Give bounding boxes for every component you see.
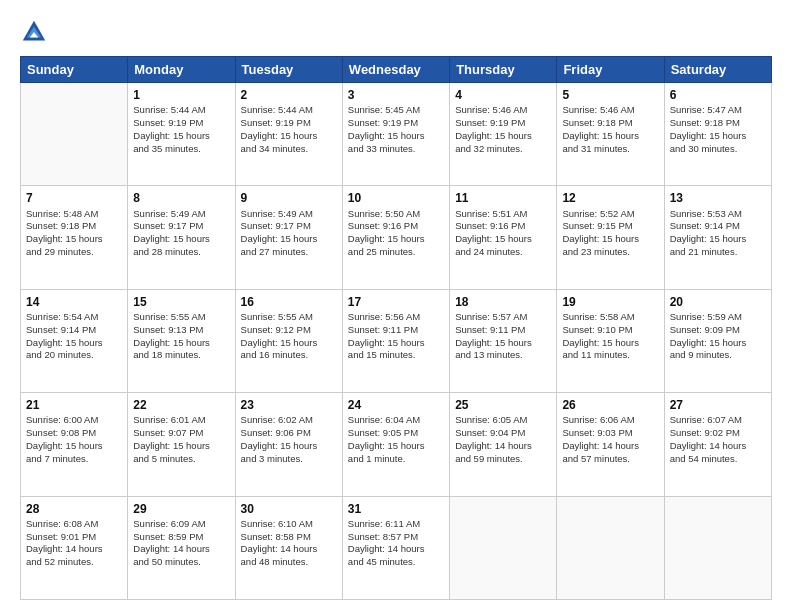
day-number: 29: [133, 501, 229, 517]
day-info: Sunrise: 5:46 AM: [455, 104, 551, 117]
weekday-header-sunday: Sunday: [21, 57, 128, 83]
logo-icon: [20, 18, 48, 46]
day-number: 11: [455, 190, 551, 206]
calendar-cell: 30Sunrise: 6:10 AMSunset: 8:58 PMDayligh…: [235, 496, 342, 599]
day-number: 12: [562, 190, 658, 206]
day-info: Sunrise: 5:54 AM: [26, 311, 122, 324]
weekday-header-friday: Friday: [557, 57, 664, 83]
day-info: and 45 minutes.: [348, 556, 444, 569]
day-info: Daylight: 15 hours: [241, 440, 337, 453]
calendar-cell: 7Sunrise: 5:48 AMSunset: 9:18 PMDaylight…: [21, 186, 128, 289]
calendar-cell: 9Sunrise: 5:49 AMSunset: 9:17 PMDaylight…: [235, 186, 342, 289]
calendar-cell: 17Sunrise: 5:56 AMSunset: 9:11 PMDayligh…: [342, 289, 449, 392]
day-info: Sunset: 9:06 PM: [241, 427, 337, 440]
day-info: Daylight: 15 hours: [133, 337, 229, 350]
day-info: Sunset: 9:18 PM: [562, 117, 658, 130]
day-info: Daylight: 15 hours: [348, 440, 444, 453]
calendar-cell: [450, 496, 557, 599]
weekday-header-tuesday: Tuesday: [235, 57, 342, 83]
day-info: Daylight: 15 hours: [241, 337, 337, 350]
page: SundayMondayTuesdayWednesdayThursdayFrid…: [0, 0, 792, 612]
day-info: and 23 minutes.: [562, 246, 658, 259]
day-number: 18: [455, 294, 551, 310]
day-info: Sunrise: 5:49 AM: [241, 208, 337, 221]
logo: [20, 18, 52, 46]
calendar-cell: 4Sunrise: 5:46 AMSunset: 9:19 PMDaylight…: [450, 83, 557, 186]
calendar-cell: 11Sunrise: 5:51 AMSunset: 9:16 PMDayligh…: [450, 186, 557, 289]
day-number: 10: [348, 190, 444, 206]
day-info: Sunrise: 5:52 AM: [562, 208, 658, 221]
day-info: Daylight: 15 hours: [26, 337, 122, 350]
weekday-header-thursday: Thursday: [450, 57, 557, 83]
day-info: Daylight: 15 hours: [562, 130, 658, 143]
day-number: 15: [133, 294, 229, 310]
day-info: Sunrise: 6:05 AM: [455, 414, 551, 427]
calendar-week-3: 14Sunrise: 5:54 AMSunset: 9:14 PMDayligh…: [21, 289, 772, 392]
day-info: Sunrise: 6:08 AM: [26, 518, 122, 531]
calendar-cell: 13Sunrise: 5:53 AMSunset: 9:14 PMDayligh…: [664, 186, 771, 289]
day-info: Sunrise: 6:00 AM: [26, 414, 122, 427]
day-info: Sunset: 9:10 PM: [562, 324, 658, 337]
day-number: 16: [241, 294, 337, 310]
day-number: 1: [133, 87, 229, 103]
calendar-cell: [557, 496, 664, 599]
day-info: and 27 minutes.: [241, 246, 337, 259]
day-info: and 33 minutes.: [348, 143, 444, 156]
calendar-cell: 19Sunrise: 5:58 AMSunset: 9:10 PMDayligh…: [557, 289, 664, 392]
calendar-header-row: SundayMondayTuesdayWednesdayThursdayFrid…: [21, 57, 772, 83]
day-info: Sunset: 9:01 PM: [26, 531, 122, 544]
calendar-cell: 26Sunrise: 6:06 AMSunset: 9:03 PMDayligh…: [557, 393, 664, 496]
day-info: and 11 minutes.: [562, 349, 658, 362]
calendar-week-2: 7Sunrise: 5:48 AMSunset: 9:18 PMDaylight…: [21, 186, 772, 289]
day-number: 22: [133, 397, 229, 413]
calendar-cell: 15Sunrise: 5:55 AMSunset: 9:13 PMDayligh…: [128, 289, 235, 392]
day-info: and 13 minutes.: [455, 349, 551, 362]
day-info: Daylight: 15 hours: [133, 130, 229, 143]
day-number: 25: [455, 397, 551, 413]
calendar-cell: 31Sunrise: 6:11 AMSunset: 8:57 PMDayligh…: [342, 496, 449, 599]
day-info: Sunset: 9:19 PM: [133, 117, 229, 130]
day-info: Sunset: 9:15 PM: [562, 220, 658, 233]
day-info: and 25 minutes.: [348, 246, 444, 259]
day-info: Daylight: 15 hours: [348, 337, 444, 350]
day-info: Sunset: 9:19 PM: [348, 117, 444, 130]
calendar-cell: 14Sunrise: 5:54 AMSunset: 9:14 PMDayligh…: [21, 289, 128, 392]
calendar-cell: 24Sunrise: 6:04 AMSunset: 9:05 PMDayligh…: [342, 393, 449, 496]
calendar-week-5: 28Sunrise: 6:08 AMSunset: 9:01 PMDayligh…: [21, 496, 772, 599]
day-info: and 57 minutes.: [562, 453, 658, 466]
day-number: 23: [241, 397, 337, 413]
day-info: Daylight: 15 hours: [241, 130, 337, 143]
day-info: Daylight: 15 hours: [241, 233, 337, 246]
calendar-cell: 27Sunrise: 6:07 AMSunset: 9:02 PMDayligh…: [664, 393, 771, 496]
day-info: Sunrise: 5:47 AM: [670, 104, 766, 117]
day-info: Sunrise: 5:55 AM: [241, 311, 337, 324]
day-info: and 52 minutes.: [26, 556, 122, 569]
day-info: Sunset: 8:57 PM: [348, 531, 444, 544]
day-info: and 59 minutes.: [455, 453, 551, 466]
calendar-cell: 8Sunrise: 5:49 AMSunset: 9:17 PMDaylight…: [128, 186, 235, 289]
day-info: Sunrise: 5:44 AM: [241, 104, 337, 117]
day-number: 26: [562, 397, 658, 413]
day-info: Sunset: 9:17 PM: [241, 220, 337, 233]
header: [20, 18, 772, 46]
day-info: and 32 minutes.: [455, 143, 551, 156]
day-info: Daylight: 15 hours: [670, 233, 766, 246]
day-info: Daylight: 14 hours: [26, 543, 122, 556]
day-info: Sunset: 9:19 PM: [455, 117, 551, 130]
day-info: and 16 minutes.: [241, 349, 337, 362]
calendar-cell: 21Sunrise: 6:00 AMSunset: 9:08 PMDayligh…: [21, 393, 128, 496]
calendar-week-4: 21Sunrise: 6:00 AMSunset: 9:08 PMDayligh…: [21, 393, 772, 496]
calendar-cell: 18Sunrise: 5:57 AMSunset: 9:11 PMDayligh…: [450, 289, 557, 392]
calendar-cell: 29Sunrise: 6:09 AMSunset: 8:59 PMDayligh…: [128, 496, 235, 599]
day-number: 9: [241, 190, 337, 206]
day-info: Daylight: 15 hours: [455, 130, 551, 143]
day-number: 28: [26, 501, 122, 517]
calendar-cell: 5Sunrise: 5:46 AMSunset: 9:18 PMDaylight…: [557, 83, 664, 186]
day-info: Daylight: 15 hours: [562, 337, 658, 350]
calendar-cell: 12Sunrise: 5:52 AMSunset: 9:15 PMDayligh…: [557, 186, 664, 289]
calendar-cell: 16Sunrise: 5:55 AMSunset: 9:12 PMDayligh…: [235, 289, 342, 392]
day-info: Sunset: 8:58 PM: [241, 531, 337, 544]
day-info: Sunset: 9:11 PM: [348, 324, 444, 337]
day-info: Daylight: 15 hours: [455, 233, 551, 246]
calendar-cell: 25Sunrise: 6:05 AMSunset: 9:04 PMDayligh…: [450, 393, 557, 496]
